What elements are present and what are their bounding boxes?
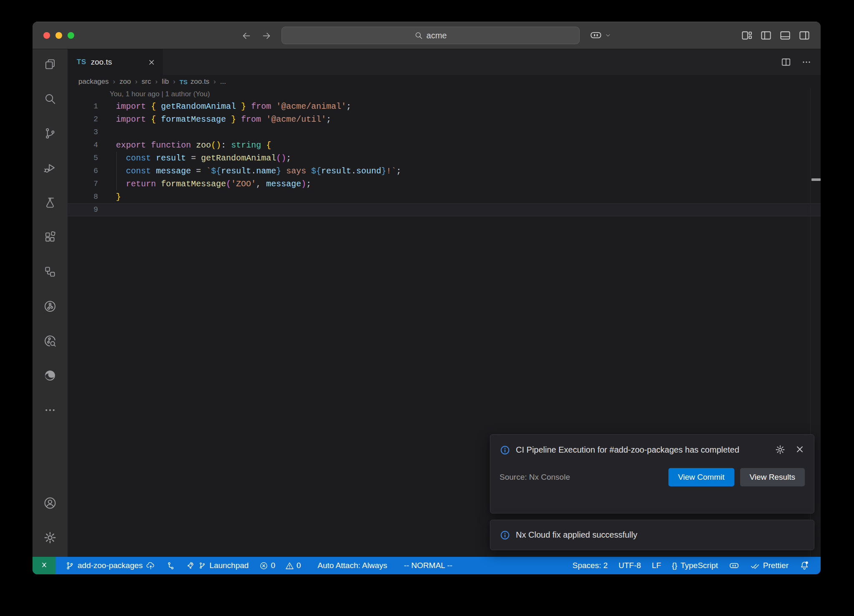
more-views-icon[interactable] [38, 398, 62, 422]
overview-ruler-cursor-mark [811, 178, 821, 181]
breadcrumb-tail[interactable]: ... [220, 78, 226, 86]
testing-icon[interactable] [38, 191, 62, 214]
breadcrumb-item[interactable]: src [142, 78, 151, 86]
view-commit-button[interactable]: View Commit [668, 468, 734, 486]
line-content: const result = getRandomAnimal(); [98, 152, 291, 165]
code-line[interactable]: 9 [68, 203, 821, 216]
code-line[interactable]: 2import { formatMessage } from '@acme/ut… [68, 113, 821, 126]
line-number: 3 [68, 126, 98, 139]
extensions-icon[interactable] [38, 225, 62, 249]
line-number: 5 [68, 152, 98, 165]
code-lines: 1import { getRandomAnimal } from '@acme/… [68, 100, 821, 216]
close-window-button[interactable] [43, 32, 50, 39]
editor-more-actions-icon[interactable] [801, 57, 811, 67]
tab-bar: TS zoo.ts [68, 49, 821, 75]
language-mode-status[interactable]: {} TypeScript [666, 557, 723, 574]
indentation-status[interactable]: Spaces: 2 [567, 557, 613, 574]
vim-mode-status[interactable]: -- NORMAL -- [398, 557, 457, 574]
line-content: } [98, 190, 121, 203]
code-line[interactable]: 3 [68, 126, 821, 139]
encoding-status[interactable]: UTF-8 [613, 557, 646, 574]
toggle-primary-sidebar-icon[interactable] [760, 29, 772, 42]
notification-message: Nx Cloud fix applied successfully [516, 530, 637, 540]
code-line[interactable]: 1import { getRandomAnimal } from '@acme/… [68, 100, 821, 113]
line-number: 6 [68, 165, 98, 178]
customize-layout-icon[interactable] [741, 29, 753, 42]
auto-attach-status[interactable]: Auto Attach: Always [312, 557, 393, 574]
run-debug-icon[interactable] [38, 156, 62, 180]
notification-toast-nx-cloud: Nx Cloud fix applied successfully [490, 520, 814, 550]
toggle-secondary-sidebar-icon[interactable] [798, 29, 811, 42]
cloud-upload-icon [146, 561, 156, 571]
code-line[interactable]: 7 return formatMessage('ZOO', message); [68, 178, 821, 190]
nx-console-icon[interactable] [38, 260, 62, 283]
explorer-icon[interactable] [38, 53, 62, 76]
breadcrumb-file[interactable]: TS zoo.ts [180, 78, 210, 86]
problems-status[interactable]: 0 0 [254, 557, 306, 574]
info-icon [500, 530, 510, 541]
bell-icon [799, 561, 809, 571]
edge-browser-icon[interactable] [38, 364, 62, 387]
breadcrumb-separator: › [113, 78, 116, 86]
breadcrumb-item[interactable]: zoo [119, 78, 131, 86]
activity-bar [33, 49, 68, 557]
forward-arrow-icon[interactable] [261, 30, 272, 41]
line-content [98, 126, 116, 139]
tab-zoo-ts[interactable]: TS zoo.ts [68, 49, 163, 75]
braces-icon: {} [672, 561, 677, 570]
command-center-search[interactable]: acme [281, 27, 580, 44]
search-sidebar-icon[interactable] [38, 87, 62, 110]
notification-close-icon[interactable] [795, 444, 805, 455]
commit-graph-status[interactable] [161, 557, 181, 574]
code-line[interactable]: 6 const message = `${result.name} says $… [68, 165, 821, 178]
line-content: export function zoo(): string { [98, 139, 271, 152]
git-branch-icon [65, 561, 74, 570]
info-icon [500, 442, 510, 456]
copilot-icon [729, 561, 739, 571]
code-line[interactable]: 5 const result = getRandomAnimal(); [68, 152, 821, 165]
source-control-icon[interactable] [38, 122, 62, 145]
breadcrumb-item[interactable]: lib [162, 78, 169, 86]
copilot-status[interactable] [723, 557, 745, 574]
code-line[interactable]: 4export function zoo(): string { [68, 139, 821, 152]
breadcrumb-separator: › [135, 78, 138, 86]
warning-icon [285, 561, 294, 570]
gitlens-icon[interactable] [38, 295, 62, 318]
search-value: acme [427, 31, 447, 40]
line-number: 2 [68, 113, 98, 126]
back-arrow-icon[interactable] [241, 30, 252, 41]
notification-settings-gear-icon[interactable] [775, 444, 786, 455]
minimize-window-button[interactable] [55, 32, 62, 39]
account-icon[interactable] [38, 491, 62, 515]
copilot-icon[interactable] [590, 29, 602, 42]
git-blame-annotation: You, 1 hour ago | 1 author (You) [68, 88, 821, 100]
git-branch-status[interactable]: add-zoo-packages [60, 557, 161, 574]
toggle-panel-icon[interactable] [779, 29, 791, 42]
indent-guide [116, 152, 117, 190]
close-tab-icon[interactable] [148, 58, 156, 66]
launchpad-status[interactable]: Launchpad [181, 557, 254, 574]
view-results-button[interactable]: View Results [740, 468, 805, 486]
tab-title: zoo.ts [91, 58, 112, 67]
remote-indicator[interactable] [33, 557, 56, 574]
notifications-bell[interactable] [794, 557, 815, 574]
maximize-window-button[interactable] [68, 32, 74, 39]
search-icon [414, 31, 423, 40]
formatter-status[interactable]: Prettier [745, 557, 794, 574]
eol-status[interactable]: LF [646, 557, 666, 574]
line-content: import { formatMessage } from '@acme/uti… [98, 113, 331, 126]
settings-gear-icon[interactable] [38, 526, 62, 549]
notification-toast-ci-pipeline: CI Pipeline Execution for #add-zoo-packa… [490, 434, 814, 513]
line-number: 1 [68, 100, 98, 113]
split-editor-icon[interactable] [781, 57, 791, 68]
line-number: 7 [68, 178, 98, 190]
chevron-down-icon[interactable] [605, 32, 611, 39]
git-branch-icon [198, 562, 206, 569]
code-line[interactable]: 8} [68, 190, 821, 203]
line-content [98, 204, 116, 216]
vscode-window: acme [33, 22, 821, 574]
error-icon [259, 561, 268, 570]
breadcrumb-item[interactable]: packages [78, 78, 109, 86]
commit-graph-icon[interactable] [38, 329, 62, 353]
rocket-icon [186, 561, 195, 570]
